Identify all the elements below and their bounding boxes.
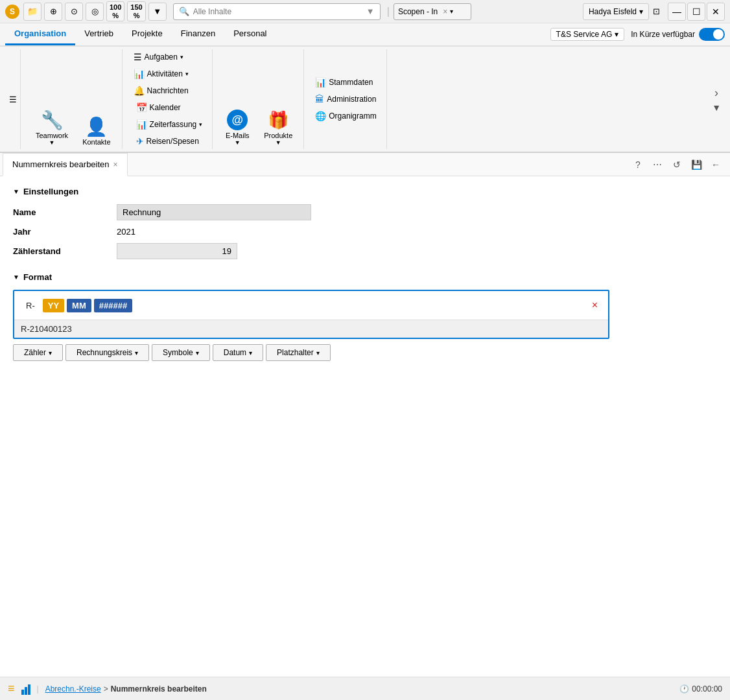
menubar: Organisation Vertrieb Projekte Finanzen … bbox=[0, 23, 730, 47]
btn-symbole[interactable]: Symbole ▾ bbox=[152, 344, 210, 361]
zoom-100: 100 % bbox=[106, 1, 124, 21]
field-row-jahr: Jahr 2021 bbox=[13, 227, 717, 237]
tab-label: Nummernkreis bearbeiten bbox=[12, 159, 110, 169]
add-btn[interactable]: ⊕ bbox=[44, 3, 62, 21]
user-name: Hadya Eisfeld bbox=[589, 7, 637, 16]
settings-btn[interactable]: ⊙ bbox=[65, 3, 83, 21]
produkte-arrow: ▼ bbox=[276, 139, 281, 146]
app-icon: S bbox=[5, 5, 19, 19]
menu-item-finanzen[interactable]: Finanzen bbox=[172, 23, 224, 45]
ribbon-btn-emails[interactable]: @ E-Mails ▼ bbox=[219, 106, 255, 149]
zaehlerstand-label: Zählerstand bbox=[13, 246, 117, 256]
ribbon-group-teamwork: 🔧 Teamwork ▼ 👤 Kontakte bbox=[25, 49, 123, 149]
minimize-btn[interactable]: — bbox=[668, 3, 686, 21]
section-format-arrow: ▼ bbox=[13, 274, 19, 281]
jahr-value: 2021 bbox=[117, 227, 717, 237]
ribbon-btn-administration[interactable]: 🏛 Administration bbox=[311, 91, 381, 107]
content-area: ▼ Einstellungen Name Jahr 2021 Zählersta… bbox=[0, 176, 730, 677]
window-controls: — ☐ ✕ bbox=[668, 3, 725, 21]
filter-icon[interactable]: ▼ bbox=[366, 6, 375, 16]
ribbon-btn-kontakte[interactable]: 👤 Kontakte bbox=[77, 113, 116, 149]
teamwork-arrow: ▼ bbox=[49, 139, 55, 146]
ribbon-btn-produkte[interactable]: 🎁 Produkte ▼ bbox=[258, 106, 298, 149]
tab-nummernkreis[interactable]: Nummernkreis bearbeiten × bbox=[3, 153, 128, 176]
format-clear-btn[interactable]: × bbox=[588, 299, 602, 311]
refresh-btn[interactable]: ↺ bbox=[668, 156, 686, 174]
minimize-icon: — bbox=[672, 6, 681, 17]
token-mm[interactable]: MM bbox=[67, 299, 91, 312]
user-button[interactable]: Hadya Eisfeld ▾ bbox=[583, 3, 649, 20]
aktivitaeten-label: Aktivitäten bbox=[147, 69, 183, 78]
company-selector[interactable]: T&S Service AG ▾ bbox=[550, 28, 625, 41]
ribbon-expand-btn[interactable]: ▼ bbox=[712, 102, 721, 113]
btn-rechnungskreis[interactable]: Rechnungskreis ▾ bbox=[65, 344, 149, 361]
aufgaben-arrow: ▾ bbox=[180, 54, 183, 60]
close-btn[interactable]: ✕ bbox=[707, 3, 725, 21]
ribbon-more-btn[interactable]: › bbox=[714, 86, 718, 100]
organigramm-label: Organigramm bbox=[329, 111, 376, 121]
save-btn[interactable]: 💾 bbox=[687, 156, 705, 174]
menu-item-vertrieb[interactable]: Vertrieb bbox=[75, 23, 123, 45]
kontakte-label: Kontakte bbox=[82, 138, 110, 146]
section-format-header[interactable]: ▼ Format bbox=[13, 272, 717, 282]
field-row-name: Name bbox=[13, 204, 717, 220]
menu-item-projekte[interactable]: Projekte bbox=[123, 23, 172, 45]
zoom-150: 150 % bbox=[127, 1, 145, 21]
statusbar: ≡ | Abrechn.-Kreise > Nummernkreis bearb… bbox=[0, 677, 730, 700]
search-input[interactable] bbox=[193, 7, 362, 16]
menu-item-personal[interactable]: Personal bbox=[224, 23, 276, 45]
available-switch[interactable] bbox=[699, 28, 725, 41]
dropdown-btn[interactable]: ▼ bbox=[148, 3, 167, 21]
produkte-icon: 🎁 bbox=[268, 110, 288, 130]
scope-selector[interactable]: Scopen - In × ▾ bbox=[394, 3, 471, 20]
ribbon-btn-stammdaten[interactable]: 📊 Stammdaten bbox=[311, 75, 381, 90]
file-btn[interactable]: 📁 bbox=[23, 3, 41, 21]
nachrichten-icon: 🔔 bbox=[134, 86, 145, 96]
token-yy[interactable]: YY bbox=[43, 299, 64, 312]
organigramm-icon: 🌐 bbox=[315, 111, 326, 121]
maximize-btn[interactable]: ☐ bbox=[687, 3, 705, 21]
more-btn[interactable]: ⋯ bbox=[648, 156, 666, 174]
name-label: Name bbox=[13, 207, 117, 217]
zaehlerstand-input[interactable] bbox=[117, 243, 237, 259]
toggle-knob bbox=[713, 29, 724, 40]
ribbon-btn-kalender[interactable]: 📅 Kalender bbox=[132, 100, 207, 115]
name-input[interactable] bbox=[117, 204, 311, 220]
ribbon-btn-aufgaben[interactable]: ☰ Aufgaben ▾ bbox=[129, 49, 193, 65]
tabbar: Nummernkreis bearbeiten × ? ⋯ ↺ 💾 ← bbox=[0, 153, 730, 176]
sidebar-toggle[interactable]: ☰ bbox=[5, 49, 21, 149]
btn-datum[interactable]: Datum ▾ bbox=[213, 344, 263, 361]
format-tokens-row: R- YY MM ###### × bbox=[14, 291, 608, 320]
ribbon-btn-reisen[interactable]: ✈ Reisen/Spesen bbox=[132, 134, 207, 149]
ribbon-group-master: 📊 Stammdaten 🏛 Administration 🌐 Organigr… bbox=[305, 49, 386, 149]
emails-icon: @ bbox=[227, 110, 248, 130]
ribbon-group-tasks: ☰ Aufgaben ▾ 📊 Aktivitäten ▾ 🔔 Nachricht… bbox=[124, 49, 213, 149]
chart-bar-1 bbox=[21, 690, 24, 695]
ribbon-btn-zeiterfassung[interactable]: 📊 Zeiterfassung ▾ bbox=[132, 117, 207, 132]
statusbar-chart bbox=[21, 683, 30, 695]
zeiterfassung-label: Zeiterfassung bbox=[150, 120, 197, 129]
available-label: In Kürze verfügbar bbox=[631, 30, 695, 39]
tab-close-btn[interactable]: × bbox=[113, 160, 118, 169]
monitor-btn[interactable]: ⊡ bbox=[653, 6, 660, 16]
ribbon-btn-aktivitaeten[interactable]: 📊 Aktivitäten ▾ bbox=[129, 66, 193, 82]
btn-zaehler[interactable]: Zähler ▾ bbox=[13, 344, 63, 361]
menu-item-organisation[interactable]: Organisation bbox=[5, 23, 75, 45]
ribbon-btn-nachrichten[interactable]: 🔔 Nachrichten bbox=[129, 83, 193, 99]
token-hash[interactable]: ###### bbox=[94, 299, 132, 312]
scope-close-btn[interactable]: × bbox=[443, 7, 447, 16]
bell-btn[interactable]: ◎ bbox=[86, 3, 104, 21]
aufgaben-icon: ☰ bbox=[134, 52, 142, 62]
scope-arrow[interactable]: ▾ bbox=[450, 8, 453, 15]
ribbon-btn-organigramm[interactable]: 🌐 Organigramm bbox=[311, 108, 381, 124]
breadcrumb-link[interactable]: Abrechn.-Kreise bbox=[45, 684, 101, 694]
produkte-label: Produkte bbox=[264, 132, 292, 139]
time-value: 00:00:00 bbox=[692, 684, 722, 694]
btn-platzhalter[interactable]: Platzhalter ▾ bbox=[266, 344, 331, 361]
titlebar: S 📁 ⊕ ⊙ ◎ 100 % 150 % ▼ 🔍 ▼ | Scopen - I… bbox=[0, 0, 730, 23]
ribbon-btn-teamwork[interactable]: 🔧 Teamwork ▼ bbox=[30, 106, 74, 149]
help-btn[interactable]: ? bbox=[629, 156, 647, 174]
section-einstellungen-header[interactable]: ▼ Einstellungen bbox=[13, 187, 717, 196]
field-row-zaehlerstand: Zählerstand bbox=[13, 243, 717, 259]
back-btn[interactable]: ← bbox=[707, 156, 725, 174]
